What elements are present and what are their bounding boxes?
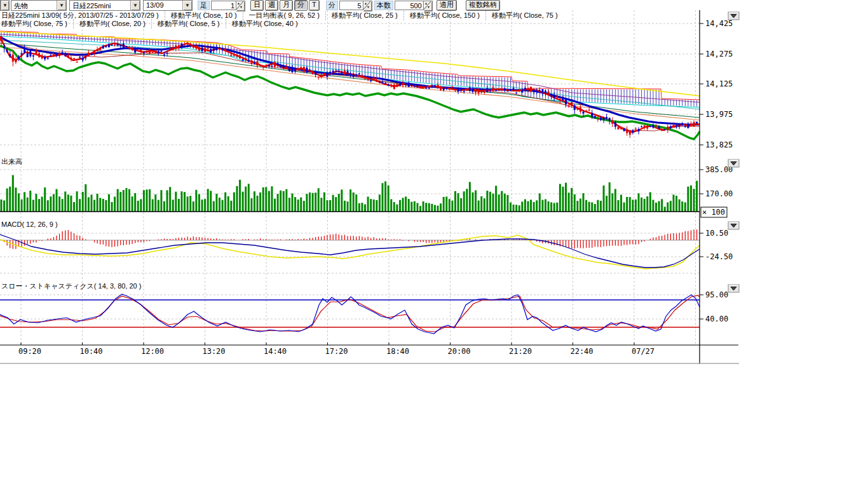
y-axis-tick-label: 95.00 [705,290,728,299]
time-axis-label: 10:40 [79,347,102,356]
panel-dropdown-button[interactable] [728,159,739,167]
time-axis-label: 22:40 [570,347,593,356]
spinner-icon[interactable] [363,1,372,11]
volume-bars [0,175,700,212]
y-axis-tick-label: 40.00 [705,315,728,323]
indicator-legend-row-2: 移動平均( Close, 75 ) 移動平均( Close, 20 ) 移動平均… [1,19,304,29]
toolbar: ▼ 先物 ▼ 日経225mini ▼ 13/09 ▼ 足 1 日 週 [0,0,868,11]
chart-canvas[interactable]: 14,42514,27514,12513,97513,825385.00170.… [0,0,868,372]
chevron-down-icon[interactable]: ▼ [130,1,140,10]
indicator-label: 移動平均( Close, 150 ) [403,11,485,20]
symbol-select-value: 日経225mini [70,1,130,10]
overlay-lines [0,32,700,139]
y-axis-tick-label: 14,125 [705,79,733,88]
contract-month-value: 13/09 [144,1,182,10]
market-select[interactable]: 先物 ▼ [11,0,67,11]
minute-value[interactable]: 5 [339,1,363,10]
time-axis-label: 13:20 [202,347,225,356]
stochastics-panel-title: スロー・ストキャスティクス( 14, 3, 80, 20 ) [1,281,141,291]
chevron-down-icon[interactable]: ▼ [57,1,66,10]
y-axis-tick-label: 13,825 [705,140,733,149]
volume-multiplier-label: × 100 [702,208,725,217]
indicator-label: 移動平均( Close, 25 ) [325,11,403,20]
spinner-icon[interactable] [424,1,433,11]
indicator-label: 移動平均( Close, 75 ) [1,19,73,29]
bar-type-label: 足 [198,1,210,10]
time-axis-label: 20:00 [447,347,470,356]
chevron-down-icon[interactable]: ▼ [1,1,9,10]
bar-interval-stepper[interactable]: 1 [211,1,245,10]
indicator-label: 移動平均( Close, 40 ) [226,19,304,29]
stochastics-panel [0,294,700,334]
panel-dropdown-button[interactable] [728,12,739,20]
time-axis-label: 09:20 [18,347,41,356]
bar-count-label: 本数 [374,1,393,10]
minute-stepper[interactable]: 5 [339,1,372,10]
indicator-label: 移動平均( Close, 20 ) [73,19,151,29]
ichimoku-cloud [0,31,700,107]
time-axis-label: 07/27 [632,347,654,356]
timeframe-week-button[interactable]: 週 [265,0,278,11]
y-axis-labels: 14,42514,27514,12513,97513,825385.00170.… [700,19,733,323]
y-axis-tick-label: 14,425 [705,19,733,28]
y-axis-tick-label: 13,975 [705,110,733,119]
bar-interval-value[interactable]: 1 [211,1,236,10]
time-axis-label: 12:00 [141,347,164,356]
grid-lines [0,10,700,345]
symbol-select[interactable]: 日経225mini ▼ [69,0,140,11]
chevron-down-icon[interactable]: ▼ [182,1,192,10]
time-axis-label: 18:40 [386,347,409,356]
panel-dropdown-button[interactable] [728,285,739,292]
volume-multiplier-box: × 100 [701,207,727,217]
apply-button[interactable]: 適用 [437,0,457,11]
minute-label: 分 [326,1,338,10]
timeframe-minute-button[interactable]: 分 [294,0,308,11]
timeframe-tick-button[interactable]: T [309,0,320,11]
y-axis-tick-label: -24.50 [705,252,733,261]
time-axis-label: 14:40 [264,347,287,356]
bar-count-stepper[interactable]: 500 [395,1,433,10]
chart-application: 14,42514,27514,12513,97513,825385.00170.… [0,0,868,488]
time-axis-label: 17:20 [325,347,348,356]
bar-count-value[interactable]: 500 [395,1,424,10]
indicator-label: 移動平均( Close, 75 ) [485,11,564,20]
panel-dropdown-button[interactable] [728,222,739,229]
macd-panel [0,229,700,269]
indicator-label: 移動平均( Close, 5 ) [151,19,226,29]
multi-symbol-button[interactable]: 複数銘柄 [466,0,500,11]
spinner-icon[interactable] [236,1,245,11]
volume-panel-title: 出来高 [1,157,22,166]
macd-panel-title: MACD( 12, 26, 9 ) [1,220,58,228]
time-axis-label: 21:20 [509,347,532,356]
market-select-value: 先物 [11,1,57,10]
timeframe-day-button[interactable]: 日 [250,0,264,11]
y-axis-tick-label: 10.50 [705,229,728,238]
y-axis-tick-label: 170.00 [705,189,733,198]
timeframe-month-button[interactable]: 月 [280,0,293,11]
combo-stub[interactable]: ▼ [0,0,10,11]
y-axis-tick-label: 14,275 [705,50,733,58]
axes [0,10,739,364]
contract-month-select[interactable]: 13/09 ▼ [143,0,193,11]
time-axis-labels: 09:2010:4012:0013:2014:4017:2018:4020:00… [18,342,654,356]
